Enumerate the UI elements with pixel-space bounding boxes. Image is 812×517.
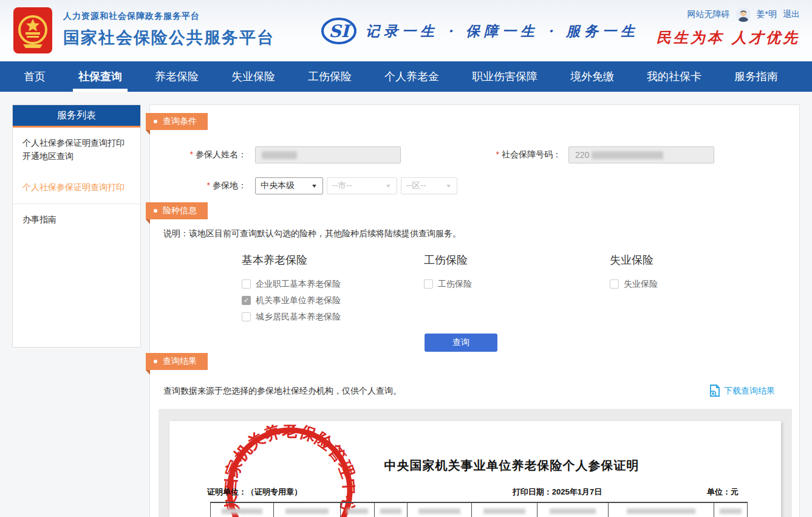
table-cell xyxy=(341,503,375,517)
certificate-preview-area: 中央国家机关养老保险管理中心 中央国家机关事业单位养老保险个人参保证明 证明单位… xyxy=(159,409,792,517)
nav-item-shebao-query[interactable]: 社保查询 xyxy=(62,61,138,92)
nav-item-occupational-injury[interactable]: 职业伤害保障 xyxy=(455,61,554,92)
table-cell xyxy=(714,503,748,517)
accessibility-link[interactable]: 网站无障碍 xyxy=(687,9,730,20)
nav-item-work-injury[interactable]: 工伤保险 xyxy=(292,61,368,92)
national-emblem-icon xyxy=(17,12,49,49)
query-button[interactable]: 查询 xyxy=(425,334,497,352)
page-body: 服务列表 个人社保参保证明查询打印开通地区查询 个人社保参保证明查询打印 办事指… xyxy=(0,92,812,517)
service-list-sidebar: 服务列表 个人社保参保证明查询打印开通地区查询 个人社保参保证明查询打印 办事指… xyxy=(12,104,141,348)
section-query-result: 查询结果 xyxy=(146,353,208,370)
group-title: 基本养老保险 xyxy=(242,253,341,267)
group-basic-pension: 基本养老保险 企业职工基本养老保险 机关事业单位养老保险 城乡居民基本养老保险 xyxy=(242,253,341,325)
checkbox-icon[interactable] xyxy=(424,279,433,289)
group-title: 工伤保险 xyxy=(424,253,472,267)
masked-name-value xyxy=(262,151,297,159)
sidebar-title: 服务列表 xyxy=(13,105,140,128)
checkbox-icon[interactable] xyxy=(610,279,619,289)
ssn-label: *社会保障号码： xyxy=(496,149,561,160)
masked-ssn-value xyxy=(592,151,663,159)
option-enterprise-pension[interactable]: 企业职工基本养老保险 xyxy=(242,276,341,292)
section-insurance-info: 险种信息 xyxy=(146,202,208,219)
select-value: --市-- xyxy=(332,180,352,191)
certificate-table xyxy=(210,502,748,517)
logout-link[interactable]: 退出 xyxy=(783,9,800,20)
avatar-icon xyxy=(736,7,751,22)
checkbox-icon[interactable] xyxy=(242,296,251,305)
area-select-city[interactable]: --市-- ▼ xyxy=(327,177,397,194)
option-government-pension[interactable]: 机关事业单位养老保险 xyxy=(242,292,341,309)
sidebar-item-cert-print[interactable]: 个人社保参保证明查询打印 xyxy=(13,172,140,204)
table-cell xyxy=(537,503,609,517)
certificate-print-date: 打印日期：2025年1月7日 xyxy=(408,487,707,498)
table-cell xyxy=(210,503,274,517)
bullet-icon xyxy=(154,209,157,213)
certificate-issuer: 证明单位：（证明专用章） xyxy=(207,487,408,498)
required-mark: * xyxy=(207,180,210,190)
area-select-province[interactable]: 中央本级 ▼ xyxy=(255,177,323,194)
nav-item-my-card[interactable]: 我的社保卡 xyxy=(630,61,718,92)
platform-small-title: 人力资源和社会保障政务服务平台 xyxy=(63,11,275,22)
national-emblem-logo xyxy=(13,7,52,53)
name-label: *参保人姓名： xyxy=(190,149,247,160)
calligraphy-motto: 民生为本 人才优先 xyxy=(657,28,800,47)
chevron-down-icon: ▼ xyxy=(445,183,452,189)
download-label: 下载查询结果 xyxy=(724,386,775,397)
nav-item-service-guide[interactable]: 服务指南 xyxy=(718,61,794,92)
select-value: 中央本级 xyxy=(261,180,295,191)
sidebar-item-guide[interactable]: 办事指南 xyxy=(13,204,140,236)
insurance-note: 说明：该地区目前可查询默认勾选的险种，其他险种后续将陆续提供查询服务。 xyxy=(163,228,461,239)
section-query-conditions: 查询条件 xyxy=(146,113,208,130)
certificate-unit: 单位：元 xyxy=(707,487,739,498)
nav-item-overseas-exemption[interactable]: 境外免缴 xyxy=(554,61,630,92)
si-logo-icon: SI xyxy=(321,17,357,45)
download-document-icon xyxy=(708,385,721,398)
ssn-visible-digits: 220 xyxy=(575,150,589,160)
area-select-district[interactable]: --区-- ▼ xyxy=(401,177,457,194)
nav-item-home[interactable]: 首页 xyxy=(7,61,62,92)
chevron-down-icon: ▼ xyxy=(385,183,392,189)
table-cell xyxy=(274,503,341,517)
group-title: 失业保险 xyxy=(610,253,658,267)
user-avatar[interactable] xyxy=(736,7,751,22)
name-input xyxy=(255,146,401,163)
header-slogan: 记录一生 · 保障一生 · 服务一生 xyxy=(366,22,639,41)
chevron-down-icon: ▼ xyxy=(311,183,318,189)
section-title: 险种信息 xyxy=(163,205,197,216)
option-unemployment[interactable]: 失业保险 xyxy=(610,276,658,292)
table-cell xyxy=(408,503,472,517)
bullet-icon xyxy=(154,360,157,363)
ssn-input: 220 xyxy=(568,146,714,163)
nav-item-personal-pension[interactable]: 个人养老金 xyxy=(368,61,455,92)
checkbox-icon[interactable] xyxy=(242,312,251,321)
bullet-icon xyxy=(154,120,157,123)
sidebar-item-open-area-query[interactable]: 个人社保参保证明查询打印开通地区查询 xyxy=(13,128,140,172)
area-label: *参保地： xyxy=(207,180,247,191)
download-result-link[interactable]: 下载查询结果 xyxy=(708,385,775,398)
certificate-title: 中央国家机关事业单位养老保险个人参保证明 xyxy=(279,457,745,474)
required-mark: * xyxy=(190,149,193,159)
table-cell xyxy=(609,503,714,517)
svg-text:SI: SI xyxy=(329,21,351,41)
select-value: --区-- xyxy=(406,180,426,191)
group-unemployment: 失业保险 失业保险 xyxy=(610,253,658,292)
main-panel: 查询条件 *参保人姓名： *社会保障号码： 220 *参保地： 中央本级 ▼ -… xyxy=(149,104,800,517)
section-title: 查询条件 xyxy=(163,116,197,127)
checkbox-icon[interactable] xyxy=(242,279,251,289)
option-rural-pension[interactable]: 城乡居民基本养老保险 xyxy=(242,309,341,325)
result-note: 查询数据来源于您选择的参保地社保经办机构，仅供个人查询。 xyxy=(163,386,401,397)
section-title: 查询结果 xyxy=(163,356,197,367)
certificate-page: 中央国家机关养老保险管理中心 中央国家机关事业单位养老保险个人参保证明 证明单位… xyxy=(169,421,781,517)
group-work-injury: 工伤保险 工伤保险 xyxy=(424,253,472,292)
platform-title: 国家社会保险公共服务平台 xyxy=(63,27,275,49)
nav-item-unemployment[interactable]: 失业保险 xyxy=(215,61,292,92)
option-work-injury[interactable]: 工伤保险 xyxy=(424,276,472,292)
required-mark: * xyxy=(496,149,499,159)
nav-item-pension[interactable]: 养老保险 xyxy=(138,61,215,92)
username[interactable]: 姜*明 xyxy=(757,9,777,20)
table-cell xyxy=(472,503,537,517)
table-cell xyxy=(375,503,408,517)
main-nav: 首页 社保查询 养老保险 失业保险 工伤保险 个人养老金 职业伤害保障 境外免缴… xyxy=(0,61,812,92)
page-header: 人力资源和社会保障政务服务平台 国家社会保险公共服务平台 SI 记录一生 · 保… xyxy=(0,0,812,61)
